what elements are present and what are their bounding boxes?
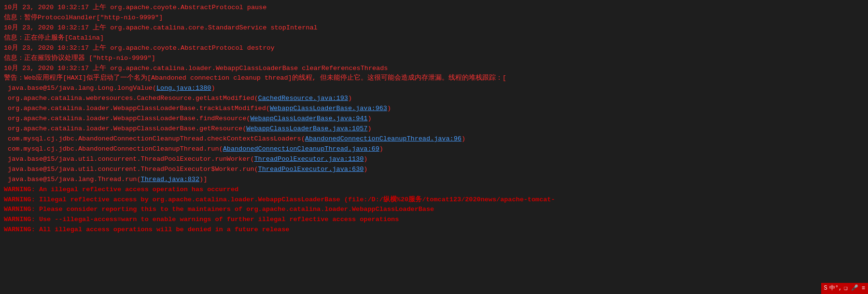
status-text: S — [824, 284, 827, 293]
log-line: java.base@15/java.util.concurrent.Thread… — [4, 165, 864, 175]
log-line: WARNING: An illegal reflective access op… — [4, 185, 864, 195]
log-line: java.base@15/java.lang.Long.longValue(Lo… — [4, 84, 864, 94]
status-lang: 中°, — [829, 284, 842, 293]
status-bar: S 中°, ❑ 🎤 ≡ — [821, 283, 868, 294]
log-line: org.apache.catalina.loader.WebappClassLo… — [4, 104, 864, 114]
log-line: org.apache.catalina.webresources.CachedR… — [4, 94, 864, 104]
log-line: com.mysql.cj.jdbc.AbandonedConnectionCle… — [4, 144, 864, 154]
stack-link[interactable]: AbandonedConnectionCleanupThread.java:69 — [223, 145, 379, 153]
log-line: org.apache.catalina.loader.WebappClassLo… — [4, 114, 864, 124]
log-line: 10月 23, 2020 10:32:17 上午 org.apache.cata… — [4, 23, 864, 33]
log-line: WARNING: Use --illegal-access=warn to en… — [4, 215, 864, 225]
console-container: 10月 23, 2020 10:32:17 上午 org.apache.coyo… — [0, 0, 868, 294]
log-line: java.base@15/java.lang.Thread.run(Thread… — [4, 175, 864, 185]
log-line: org.apache.catalina.loader.WebappClassLo… — [4, 124, 864, 134]
stack-link[interactable]: CachedResource.java:193 — [258, 95, 348, 102]
stack-link[interactable]: WebappClassLoaderBase.java:941 — [250, 115, 367, 122]
stack-link[interactable]: Long.java:1380 — [156, 84, 211, 92]
log-line: java.base@15/java.util.concurrent.Thread… — [4, 154, 864, 165]
stack-link[interactable]: WebappClassLoaderBase.java:1057 — [246, 125, 367, 132]
log-line: WARNING: Please consider reporting this … — [4, 205, 864, 215]
stack-link[interactable]: ThreadPoolExecutor.java:1130 — [254, 155, 364, 163]
log-line: 信息：暂停ProtocolHandler["http-nio-9999"] — [4, 13, 864, 23]
log-line: 10月 23, 2020 10:32:17 上午 org.apache.cata… — [4, 64, 864, 74]
log-line: 10月 23, 2020 10:32:17 上午 org.apache.coyo… — [4, 3, 864, 13]
log-line: 信息：正在摧毁协议处理器 ["http-nio-9999"] — [4, 54, 864, 64]
log-line: 10月 23, 2020 10:32:17 上午 org.apache.coyo… — [4, 43, 864, 54]
stack-link[interactable]: ThreadPoolExecutor.java:630 — [258, 166, 364, 173]
log-line: 警告：Web应用程序[HAXI]似乎启动了一个名为[Abandoned conn… — [4, 73, 864, 84]
log-output: 10月 23, 2020 10:32:17 上午 org.apache.coyo… — [4, 3, 864, 235]
stack-link[interactable]: Thread.java:832 — [141, 176, 200, 183]
log-line: 信息：正在停止服务[Catalina] — [4, 33, 864, 43]
log-line: com.mysql.cj.jdbc.AbandonedConnectionCle… — [4, 134, 864, 144]
log-line: WARNING: Illegal reflective access by or… — [4, 195, 864, 205]
status-icons: ❑ 🎤 ≡ — [844, 284, 865, 293]
log-line: WARNING: All illegal access operations w… — [4, 225, 864, 235]
stack-link[interactable]: WebappClassLoaderBase.java:963 — [270, 105, 387, 112]
stack-link[interactable]: AbandonedConnectionCleanupThread.java:96 — [305, 135, 462, 142]
